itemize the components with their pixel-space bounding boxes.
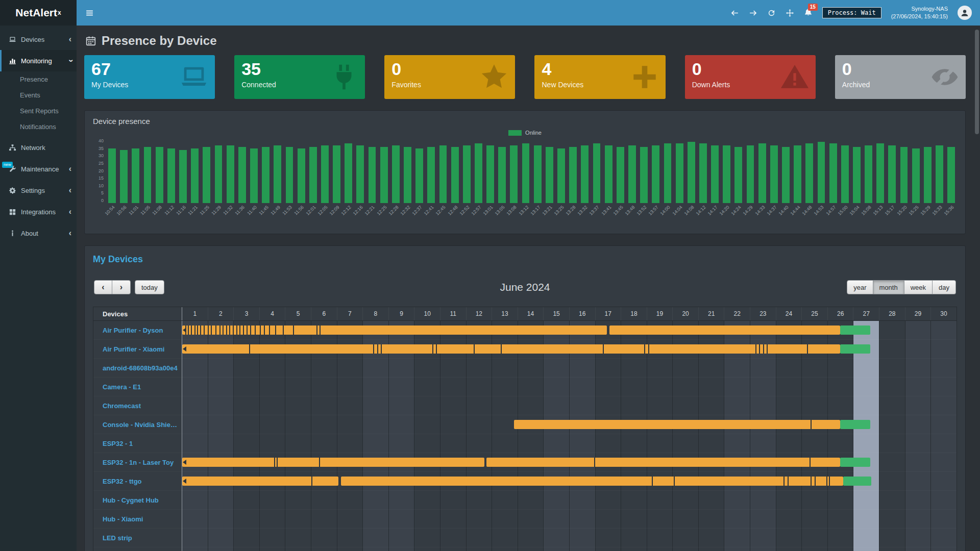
app-logo[interactable]: NetAlertx	[0, 0, 77, 26]
presence-online-bar[interactable]	[182, 458, 484, 467]
hamburger-menu-icon[interactable]	[79, 0, 100, 26]
back-arrow-icon[interactable]	[730, 9, 739, 17]
chart-bar	[544, 139, 555, 203]
offline-tick	[381, 344, 382, 354]
sidebar-item-label: Integrations	[21, 208, 56, 216]
chart-bar	[236, 139, 248, 203]
tile-favorites[interactable]: 0Favorites	[384, 55, 515, 99]
device-link-esp32-1n-laser-toy[interactable]: ESP32 - 1n - Laser Toy	[93, 453, 182, 472]
presence-online-bar[interactable]	[514, 420, 841, 429]
gantt-row	[182, 434, 957, 453]
presence-recent-bar[interactable]	[840, 420, 870, 429]
tile-new-devices[interactable]: 4New Devices	[534, 55, 665, 99]
user-icon	[960, 8, 969, 17]
device-link-camera-e1[interactable]: Camera - E1	[93, 378, 182, 396]
presence-recent-bar[interactable]	[840, 325, 870, 335]
chart-bar	[603, 139, 615, 203]
notifications-bell[interactable]: 15	[804, 8, 813, 18]
presence-online-bar[interactable]	[182, 344, 840, 354]
day-header-15: 15	[544, 307, 570, 320]
day-header-12: 12	[467, 307, 493, 320]
sidebar-item-label: Devices	[21, 36, 44, 43]
chart-bar	[874, 139, 886, 203]
chevron-left-icon: ‹	[69, 165, 71, 173]
chart-bar-icon	[8, 57, 16, 65]
day-header-25: 25	[802, 307, 828, 320]
presence-recent-bar[interactable]	[840, 344, 870, 354]
view-button-week[interactable]: week	[904, 280, 933, 294]
x-tick-label: 14:37	[766, 205, 777, 216]
presence-recent-bar[interactable]	[843, 477, 872, 486]
tile-my-devices[interactable]: 67My Devices	[84, 55, 215, 99]
chart-bars	[106, 139, 957, 203]
presence-online-bar[interactable]	[182, 477, 338, 486]
device-link-chromecast[interactable]: Chromecast	[93, 396, 182, 415]
device-link-esp32-ttgo[interactable]: ESP32 - ttgo	[93, 472, 182, 491]
x-tick-label: 12:12	[340, 205, 352, 216]
offline-tick	[194, 325, 195, 335]
offline-tick	[807, 344, 808, 354]
device-link-light-bedside-b-wifi[interactable]: Light - bedside B WiFi	[93, 547, 182, 551]
sidebar-item-network[interactable]: Network	[0, 137, 77, 158]
sidebar-menu: Devices‹Monitoring‹PresenceEventsSent Re…	[0, 29, 77, 244]
tile-down-alerts[interactable]: 0Down Alerts	[685, 55, 816, 99]
sidebar-subitem-events[interactable]: Events	[0, 87, 77, 103]
presence-online-bar[interactable]	[182, 325, 607, 335]
today-button[interactable]: today	[135, 280, 164, 294]
chart-bar	[922, 139, 934, 203]
refresh-icon[interactable]	[767, 9, 776, 17]
device-link-hub-cygnet-hub[interactable]: Hub - Cygnet Hub	[93, 491, 182, 510]
view-button-month[interactable]: month	[873, 280, 904, 294]
device-link-hub-xiaomi[interactable]: Hub - Xiaomi	[93, 510, 182, 529]
scrollbar-thumb[interactable]	[975, 30, 979, 134]
prev-button[interactable]: ‹	[94, 280, 112, 294]
x-tick-label: 14:57	[825, 205, 837, 216]
day-header-23: 23	[750, 307, 776, 320]
sidebar-item-settings[interactable]: Settings‹	[0, 180, 77, 201]
chart-bar	[780, 139, 792, 203]
my-devices-title[interactable]: My Devices	[93, 254, 957, 265]
offline-tick	[436, 344, 437, 354]
view-button-day[interactable]: day	[933, 280, 956, 294]
next-button[interactable]: ›	[112, 280, 131, 294]
presence-online-bar[interactable]	[341, 477, 843, 486]
presence-online-bar[interactable]	[609, 325, 841, 335]
device-link-android-68608b93a00e4[interactable]: android-68608b93a00e4	[93, 359, 182, 378]
tile-connected[interactable]: 35Connected	[234, 55, 365, 99]
chart-bar	[898, 139, 910, 203]
device-link-led-strip[interactable]: LED strip	[93, 529, 182, 547]
day-header-14: 14	[518, 307, 544, 320]
sidebar-subitem-sent-reports[interactable]: Sent Reports	[0, 103, 77, 119]
offline-tick	[767, 344, 768, 354]
sidebar-subitem-notifications[interactable]: Notifications	[0, 119, 77, 135]
offline-tick	[200, 325, 201, 335]
device-link-esp32-1[interactable]: ESP32 - 1	[93, 434, 182, 453]
chart-bar	[212, 139, 224, 203]
x-tick-label: 12:48	[447, 205, 458, 216]
sidebar-item-maintenance[interactable]: newMaintenance‹	[0, 158, 77, 180]
move-icon[interactable]	[786, 9, 794, 17]
chart-bar	[792, 139, 803, 203]
x-tick-label: 12:16	[352, 205, 364, 216]
sidebar-item-about[interactable]: About‹	[0, 222, 77, 244]
sidebar-item-monitoring[interactable]: Monitoring‹	[0, 50, 77, 71]
sidebar-subitem-presence[interactable]: Presence	[0, 71, 77, 87]
presence-online-bar[interactable]	[486, 458, 841, 467]
avatar[interactable]	[958, 6, 972, 20]
x-tick-label: 12:21	[364, 205, 376, 216]
presence-recent-bar[interactable]	[840, 458, 870, 467]
offline-tick	[255, 325, 256, 335]
view-button-year[interactable]: year	[847, 280, 873, 294]
tile-archived[interactable]: 0Archived	[835, 55, 966, 99]
sidebar-item-integrations[interactable]: Integrations‹	[0, 201, 77, 222]
day-header-22: 22	[724, 307, 750, 320]
process-status-badge[interactable]: Process: Wait	[822, 7, 881, 18]
x-tick-label: 10:54	[104, 205, 116, 216]
forward-arrow-icon[interactable]	[749, 9, 757, 17]
device-link-console-nvidia-shield-tv[interactable]: Console - Nvidia Shield TV	[93, 415, 182, 434]
offline-tick	[810, 458, 811, 467]
device-link-air-purifier-dyson[interactable]: Air Purifier - Dyson	[93, 321, 182, 340]
chart-bar	[296, 139, 307, 203]
device-link-air-purifier-xiaomi[interactable]: Air Purifier - Xiaomi	[93, 340, 182, 359]
sidebar-item-devices[interactable]: Devices‹	[0, 29, 77, 50]
